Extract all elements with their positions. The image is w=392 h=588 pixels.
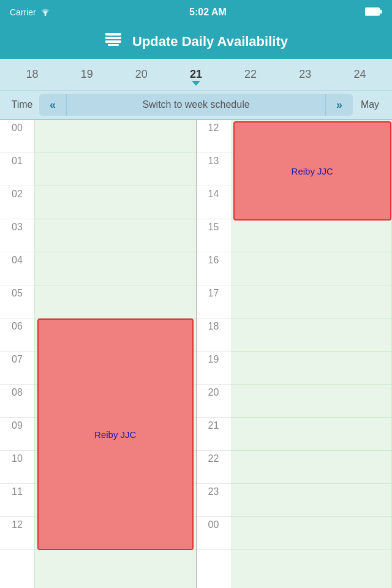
right-event-reiby[interactable]: Reiby JJC [233,121,392,221]
date-23[interactable]: 23 [281,68,330,81]
svg-rect-6 [108,44,119,46]
page-title: Update Daily Availability [132,34,288,50]
hour-13: 13 [197,153,231,186]
hour-17: 17 [197,285,231,318]
svg-rect-1 [365,8,380,15]
left-slot-4 [35,252,196,285]
left-schedule: 00 01 02 03 04 05 06 07 08 09 10 11 12 [0,120,196,588]
svg-rect-4 [105,37,121,39]
hour-19: 19 [197,352,231,385]
svg-rect-3 [105,33,121,36]
hour-05: 05 [0,285,34,318]
hour-18: 18 [197,318,231,352]
date-24[interactable]: 24 [335,68,384,81]
hour-23: 23 [197,484,231,517]
hour-22: 22 [197,451,231,484]
date-20[interactable]: 20 [117,68,166,81]
nav-row: Time « Switch to week schedule » May [0,91,392,120]
right-slot-6 [231,318,392,352]
svg-rect-2 [380,10,382,13]
hour-21: 21 [197,418,231,451]
hour-08: 08 [0,385,34,418]
left-slot-3 [35,219,196,252]
hour-06: 06 [0,318,34,352]
carrier-label: Carrier [10,7,36,17]
left-slot-1 [35,153,196,186]
right-slot-7 [231,352,392,385]
hour-12-left: 12 [0,517,34,550]
left-slot-2 [35,186,196,219]
schedule-column-left[interactable]: Reiby JJC [34,120,196,588]
switch-schedule-button[interactable]: Switch to week schedule [66,94,326,116]
svg-point-0 [44,14,46,16]
right-slot-8 [231,385,392,418]
status-time: 5:02 AM [189,7,227,18]
time-column-right: 12 13 14 15 16 17 18 19 20 21 22 23 00 [197,120,231,588]
hour-11: 11 [0,484,34,517]
time-column-label: Time [5,99,39,110]
time-column-left: 00 01 02 03 04 05 06 07 08 09 10 11 12 [0,120,34,588]
right-slot-4 [231,252,392,285]
schedule-column-right[interactable]: Reiby JJC [231,120,393,588]
hour-00: 00 [0,120,34,153]
right-slot-11 [231,484,392,517]
date-row: 18 19 20 21 22 23 24 [0,59,392,91]
hour-02: 02 [0,186,34,219]
carrier-wifi: Carrier [10,7,51,18]
right-slot-10 [231,451,392,484]
right-event-label: Reiby JJC [292,166,333,176]
hour-09: 09 [0,418,34,451]
date-22[interactable]: 22 [226,68,275,81]
battery-icon [365,7,382,18]
wifi-icon [40,7,51,18]
date-21[interactable]: 21 [172,68,221,81]
left-event-reiby[interactable]: Reiby JJC [37,318,194,550]
right-slot-5 [231,285,392,318]
hour-10: 10 [0,451,34,484]
next-button[interactable]: » [326,94,353,116]
hour-14: 14 [197,186,231,219]
hour-15: 15 [197,219,231,252]
app-header: Update Daily Availability [0,24,392,59]
status-bar: Carrier 5:02 AM [0,0,392,24]
month-label: May [353,99,387,110]
date-18[interactable]: 18 [8,68,57,81]
hour-03: 03 [0,219,34,252]
right-slot-3 [231,219,392,252]
hour-07: 07 [0,352,34,385]
date-19[interactable]: 19 [62,68,111,81]
prev-button[interactable]: « [39,94,66,116]
svg-rect-5 [105,40,121,43]
right-slot-9 [231,418,392,451]
hour-00-right: 00 [197,517,231,550]
calendar-area: 00 01 02 03 04 05 06 07 08 09 10 11 12 [0,120,392,588]
hour-12: 12 [197,120,231,153]
right-schedule: 12 13 14 15 16 17 18 19 20 21 22 23 00 [197,120,393,588]
hour-20: 20 [197,385,231,418]
left-event-label: Reiby JJC [94,429,136,440]
left-slot-5 [35,285,196,318]
battery-area [365,7,382,18]
hour-01: 01 [0,153,34,186]
menu-icon[interactable] [104,32,123,51]
hour-04: 04 [0,252,34,285]
right-slot-12 [231,517,392,550]
hour-16: 16 [197,252,231,285]
left-slot-0 [35,120,196,153]
